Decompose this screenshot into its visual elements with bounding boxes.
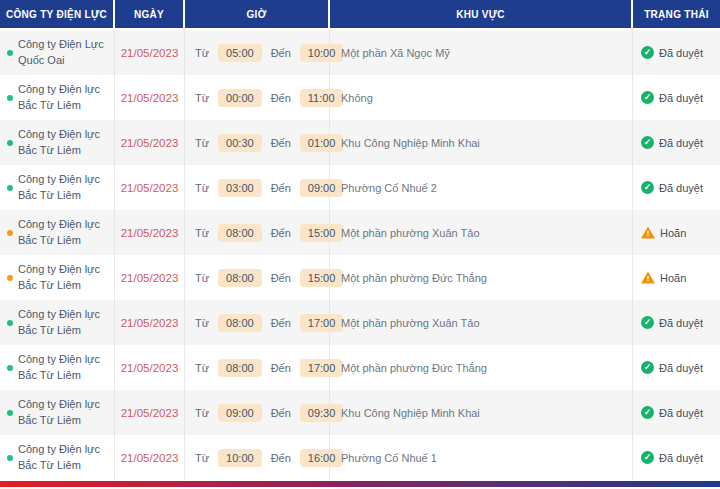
company-cell: Công ty Điện lực Bắc Từ Liêm	[0, 255, 115, 300]
time-cell: Từ 05:00 Đến 10:00	[185, 30, 330, 75]
time-to-label: Đến	[271, 92, 291, 104]
table-row[interactable]: Công ty Điện lực Bắc Từ Liêm 21/05/2023 …	[0, 255, 720, 300]
date-cell: 21/05/2023	[115, 435, 185, 480]
time-to-label: Đến	[271, 227, 291, 239]
date-cell: 21/05/2023	[115, 345, 185, 390]
date-value: 21/05/2023	[121, 137, 179, 149]
status-cell: ✓ Đã duyệt	[633, 120, 720, 165]
time-from-label: Từ	[195, 137, 209, 149]
area-cell: Một phần phường Xuân Tảo	[330, 210, 633, 255]
status-cell: ✓ Đã duyệt	[633, 30, 720, 75]
status-label: Đã duyệt	[659, 92, 703, 104]
company-name: Công ty Điện lực Bắc Từ Liêm	[18, 82, 108, 114]
time-from-label: Từ	[195, 92, 209, 104]
outage-schedule-table: CÔNG TY ĐIỆN LỰC NGÀY GIỜ KHU VỰC TRẠNG …	[0, 0, 720, 480]
time-to-label: Đến	[271, 47, 291, 59]
table-row[interactable]: Công ty Điện Lực Quốc Oai 21/05/2023 Từ …	[0, 30, 720, 75]
company-name: Công ty Điện lực Bắc Từ Liêm	[18, 172, 108, 204]
status-cell: ✓ Đã duyệt	[633, 300, 720, 345]
company-name: Công ty Điện Lực Quốc Oai	[18, 37, 108, 69]
status-dot-icon	[7, 185, 13, 191]
company-cell: Công ty Điện lực Bắc Từ Liêm	[0, 435, 115, 480]
company-name: Công ty Điện lực Bắc Từ Liêm	[18, 127, 108, 159]
time-from-value: 08:00	[218, 269, 262, 287]
status-label: Đã duyệt	[659, 317, 703, 329]
status-dot-icon	[7, 95, 13, 101]
date-value: 21/05/2023	[121, 452, 179, 464]
date-cell: 21/05/2023	[115, 255, 185, 300]
time-to-label: Đến	[271, 272, 291, 284]
time-from-value: 00:30	[218, 134, 262, 152]
table-row[interactable]: Công ty Điện lực Bắc Từ Liêm 21/05/2023 …	[0, 300, 720, 345]
area-name: Phường Cố Nhuế 1	[341, 452, 437, 464]
area-name: Một phần Xã Ngọc Mỹ	[341, 47, 450, 59]
status-cell: ✓ Đã duyệt	[633, 390, 720, 435]
warning-triangle-icon: !	[641, 272, 655, 284]
company-cell: Công ty Điện lực Bắc Từ Liêm	[0, 390, 115, 435]
area-name: Không	[341, 92, 373, 104]
date-cell: 21/05/2023	[115, 300, 185, 345]
check-circle-icon: ✓	[641, 46, 654, 59]
status-label: Hoãn	[660, 227, 686, 239]
date-value: 21/05/2023	[121, 227, 179, 239]
table-row[interactable]: Công ty Điện lực Bắc Từ Liêm 21/05/2023 …	[0, 120, 720, 165]
date-cell: 21/05/2023	[115, 165, 185, 210]
table-row[interactable]: Công ty Điện lực Bắc Từ Liêm 21/05/2023 …	[0, 165, 720, 210]
status-dot-icon	[7, 410, 13, 416]
status-cell: ✓ Đã duyệt	[633, 165, 720, 210]
date-cell: 21/05/2023	[115, 30, 185, 75]
column-header-area[interactable]: KHU VỰC	[330, 0, 633, 28]
area-name: Một phần phường Đức Thắng	[341, 272, 487, 284]
check-circle-icon: ✓	[641, 316, 654, 329]
date-value: 21/05/2023	[121, 362, 179, 374]
column-header-time[interactable]: GIỜ	[185, 0, 330, 28]
status-label: Đã duyệt	[659, 452, 703, 464]
date-value: 21/05/2023	[121, 47, 179, 59]
area-cell: Không	[330, 75, 633, 120]
date-cell: 21/05/2023	[115, 210, 185, 255]
time-from-label: Từ	[195, 227, 209, 239]
date-value: 21/05/2023	[121, 317, 179, 329]
time-from-value: 08:00	[218, 359, 262, 377]
table-row[interactable]: Công ty Điện lực Bắc Từ Liêm 21/05/2023 …	[0, 435, 720, 480]
time-cell: Từ 08:00 Đến 15:00	[185, 210, 330, 255]
table-body: Công ty Điện Lực Quốc Oai 21/05/2023 Từ …	[0, 30, 720, 480]
time-from-label: Từ	[195, 182, 209, 194]
check-circle-icon: ✓	[641, 361, 654, 374]
area-name: Một phần phường Đức Thắng	[341, 362, 487, 374]
status-cell: ✓ Đã duyệt	[633, 75, 720, 120]
time-to-label: Đến	[271, 137, 291, 149]
table-header-row: CÔNG TY ĐIỆN LỰC NGÀY GIỜ KHU VỰC TRẠNG …	[0, 0, 720, 30]
area-name: Phường Cố Nhuế 2	[341, 182, 437, 194]
date-value: 21/05/2023	[121, 92, 179, 104]
time-from-value: 00:00	[218, 89, 262, 107]
date-value: 21/05/2023	[121, 272, 179, 284]
time-cell: Từ 10:00 Đến 16:00	[185, 435, 330, 480]
table-row[interactable]: Công ty Điện lực Bắc Từ Liêm 21/05/2023 …	[0, 390, 720, 435]
table-row[interactable]: Công ty Điện lực Bắc Từ Liêm 21/05/2023 …	[0, 75, 720, 120]
date-cell: 21/05/2023	[115, 120, 185, 165]
company-name: Công ty Điện lực Bắc Từ Liêm	[18, 352, 108, 384]
column-header-company[interactable]: CÔNG TY ĐIỆN LỰC	[0, 0, 115, 28]
status-cell: ! Hoãn	[633, 210, 720, 255]
date-value: 21/05/2023	[121, 407, 179, 419]
area-cell: Một phần phường Đức Thắng	[330, 345, 633, 390]
area-cell: Phường Cố Nhuế 2	[330, 165, 633, 210]
time-from-value: 10:00	[218, 449, 262, 467]
time-cell: Từ 00:00 Đến 11:00	[185, 75, 330, 120]
time-cell: Từ 00:30 Đến 01:00	[185, 120, 330, 165]
table-row[interactable]: Công ty Điện lực Bắc Từ Liêm 21/05/2023 …	[0, 345, 720, 390]
table-row[interactable]: Công ty Điện lực Bắc Từ Liêm 21/05/2023 …	[0, 210, 720, 255]
status-cell: ✓ Đã duyệt	[633, 435, 720, 480]
column-header-date[interactable]: NGÀY	[115, 0, 185, 28]
time-from-label: Từ	[195, 407, 209, 419]
column-header-status[interactable]: TRẠNG THÁI	[633, 0, 720, 28]
status-label: Hoãn	[660, 272, 686, 284]
status-dot-icon	[7, 275, 13, 281]
time-from-value: 05:00	[218, 44, 262, 62]
date-cell: 21/05/2023	[115, 75, 185, 120]
check-circle-icon: ✓	[641, 136, 654, 149]
area-name: Một phần phường Xuân Tảo	[341, 227, 480, 239]
status-label: Đã duyệt	[659, 137, 703, 149]
status-cell: ! Hoãn	[633, 255, 720, 300]
